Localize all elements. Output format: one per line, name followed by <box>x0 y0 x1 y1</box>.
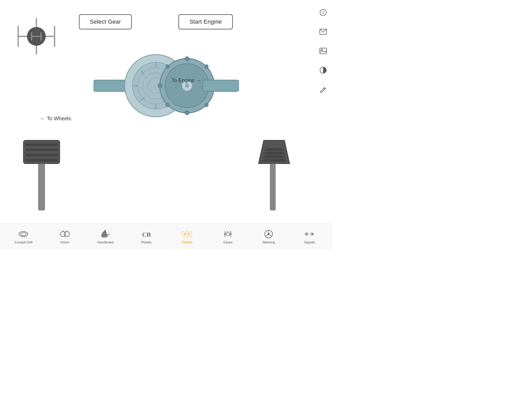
tab-gears[interactable]: Gears <box>216 227 240 246</box>
cockpit-drill-icon <box>18 229 29 239</box>
tab-gears-label: Gears <box>223 240 232 244</box>
svg-rect-68 <box>182 231 184 237</box>
right-pedal <box>257 138 291 211</box>
handbrake-icon <box>100 229 111 239</box>
tab-clutch-label: Clutch <box>182 240 192 244</box>
tab-steering[interactable]: Steering <box>257 227 280 246</box>
svg-rect-56 <box>270 164 275 210</box>
svg-point-26 <box>185 57 189 61</box>
svg-rect-47 <box>25 149 58 151</box>
tab-handbrake-label: Handbrake <box>97 240 114 244</box>
svg-point-33 <box>205 103 208 107</box>
svg-rect-69 <box>186 230 188 238</box>
left-pedal <box>21 138 62 211</box>
tab-cockpit-drill[interactable]: Cockpit Drill <box>11 227 36 246</box>
start-engine-button[interactable]: Start Engine <box>178 14 233 29</box>
edit-icon[interactable] <box>318 85 328 94</box>
svg-point-27 <box>185 111 189 115</box>
svg-rect-46 <box>25 143 58 146</box>
svg-point-32 <box>205 65 208 68</box>
tab-cockpit-drill-label: Cockpit Drill <box>15 240 32 244</box>
mail-icon[interactable] <box>318 27 328 36</box>
tab-vision[interactable]: Vision <box>53 227 76 246</box>
to-engine-label: To Engine → <box>171 77 201 83</box>
to-wheels-label: ← To Wheels <box>40 116 71 122</box>
tab-handbrake[interactable]: Handbrake <box>94 227 117 246</box>
svg-line-44 <box>324 88 325 89</box>
svg-line-84 <box>270 235 272 236</box>
tab-clutch[interactable]: Clutch <box>175 227 199 246</box>
svg-line-66 <box>107 234 110 236</box>
gears-icon <box>223 229 233 239</box>
svg-rect-65 <box>104 230 106 232</box>
svg-marker-52 <box>260 159 288 162</box>
steering-icon <box>263 229 274 239</box>
svg-point-58 <box>21 232 26 236</box>
contrast-icon[interactable] <box>318 65 328 75</box>
svg-rect-36 <box>203 80 239 91</box>
svg-point-35 <box>185 84 189 88</box>
vision-icon <box>59 229 70 239</box>
signals-icon <box>304 229 315 239</box>
info-icon[interactable] <box>318 8 328 17</box>
clutch-icon <box>182 229 192 239</box>
image-icon[interactable] <box>318 46 328 56</box>
tab-bar: Cockpit Drill Vision Handbrake <box>0 223 332 249</box>
svg-rect-48 <box>25 154 58 156</box>
pedals-icon: CBA <box>141 229 151 239</box>
svg-marker-53 <box>261 155 287 158</box>
tab-pedals[interactable]: CBA Pedals <box>135 227 158 246</box>
tab-signals-label: Signals <box>304 240 315 244</box>
tab-pedals-label: Pedals <box>141 240 151 244</box>
gear-shift-diagram <box>10 10 62 62</box>
svg-rect-49 <box>25 159 58 162</box>
svg-point-28 <box>158 84 162 88</box>
select-gear-button[interactable]: Select Gear <box>79 14 132 29</box>
tab-steering-label: Steering <box>262 240 275 244</box>
svg-point-81 <box>268 233 270 235</box>
svg-point-79 <box>226 232 229 236</box>
svg-point-60 <box>64 231 69 237</box>
tab-vision-label: Vision <box>60 240 69 244</box>
svg-point-39 <box>323 11 324 11</box>
tab-signals[interactable]: Signals <box>298 227 321 246</box>
svg-rect-50 <box>38 164 45 210</box>
svg-rect-41 <box>320 48 327 54</box>
sidebar <box>318 8 328 94</box>
svg-rect-70 <box>190 231 192 237</box>
svg-line-83 <box>265 235 268 236</box>
svg-point-30 <box>166 65 169 68</box>
svg-text:CBA: CBA <box>142 231 151 238</box>
svg-point-31 <box>166 103 169 107</box>
clutch-illustration <box>94 47 239 125</box>
